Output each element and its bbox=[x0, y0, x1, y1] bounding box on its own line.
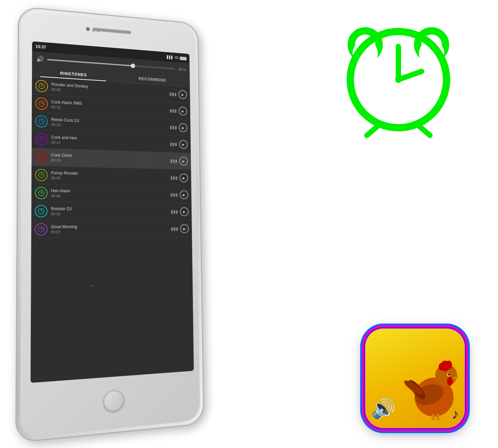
volume-icon: 🔊 bbox=[36, 55, 44, 63]
play-button[interactable]: ▶ bbox=[179, 157, 188, 166]
alarm-clock-svg bbox=[339, 13, 458, 139]
svg-rect-49 bbox=[432, 414, 435, 420]
volume-thumb bbox=[131, 63, 135, 68]
svg-point-40 bbox=[445, 361, 452, 369]
ringtone-controls: ▮▮▮ ▶ bbox=[170, 156, 188, 166]
ringtone-controls: ▮▮▮ ▶ bbox=[170, 123, 188, 132]
ringtone-duration: 00:06 bbox=[51, 194, 168, 199]
play-button[interactable]: ▶ bbox=[179, 140, 188, 149]
signal-icon: ▌▌▌ bbox=[167, 55, 174, 59]
phone-body: 15:37 ▌▌▌ 4G ▓▓▓ 🔊 66 % RINGTONE bbox=[15, 6, 204, 443]
ringtone-controls: ▮▮▮ ▶ bbox=[171, 224, 189, 233]
play-button[interactable]: ▶ bbox=[180, 190, 188, 199]
ringtone-item[interactable]: Rooster DJ 00:26 ▮▮▮ ▶ bbox=[31, 202, 192, 220]
clock-icon bbox=[35, 169, 47, 182]
ringtone-info: Rooster and Donkey 00:09 bbox=[51, 82, 166, 98]
clock-icon bbox=[35, 97, 48, 110]
ringtone-info: Funny Rooster 00:05 bbox=[51, 171, 167, 182]
network-icon: 4G bbox=[175, 56, 179, 59]
ringtone-info: Hen Alarm 00:06 bbox=[51, 188, 168, 199]
volume-fill bbox=[47, 59, 133, 67]
bars-icon: ▮▮▮ bbox=[171, 209, 178, 214]
svg-line-36 bbox=[418, 125, 430, 135]
ringtone-item[interactable]: Good Morning 00:07 ▮▮▮ ▶ bbox=[31, 220, 192, 239]
bars-icon: ▮▮▮ bbox=[170, 124, 177, 130]
battery-icon: ▓▓▓ bbox=[180, 56, 187, 60]
status-time: 15:37 bbox=[36, 44, 46, 49]
clock-icon bbox=[35, 223, 47, 235]
ringtone-duration: 00:26 bbox=[51, 212, 168, 216]
ringtone-info: Cock Alarm SMS 00:12 bbox=[51, 100, 166, 115]
clock-icon bbox=[35, 151, 48, 163]
ringtone-controls: ▮▮▮ ▶ bbox=[170, 173, 188, 183]
clock-icon bbox=[35, 187, 47, 199]
ringtone-controls: ▮▮▮ ▶ bbox=[170, 139, 188, 149]
svg-point-44 bbox=[448, 374, 450, 376]
svg-point-41 bbox=[439, 363, 445, 370]
volume-percent: 66 % bbox=[178, 67, 186, 72]
speaker-icon: 🔊 bbox=[371, 397, 395, 420]
svg-point-42 bbox=[447, 377, 453, 386]
play-button[interactable]: ▶ bbox=[179, 123, 188, 132]
phone-camera bbox=[86, 27, 90, 31]
svg-point-34 bbox=[395, 76, 402, 83]
clock-icon bbox=[36, 80, 48, 92]
ringtone-name: Good Morning bbox=[51, 224, 168, 229]
bars-icon: ▮▮▮ bbox=[169, 108, 177, 113]
play-button[interactable]: ▶ bbox=[180, 224, 189, 233]
svg-line-35 bbox=[367, 125, 378, 135]
phone-screen: 15:37 ▌▌▌ 4G ▓▓▓ 🔊 66 % RINGTONE bbox=[31, 41, 194, 383]
clock-icon bbox=[35, 205, 47, 217]
ringtone-info: Good Morning 00:07 bbox=[51, 224, 168, 234]
svg-line-33 bbox=[398, 71, 422, 80]
music-note-icon: ♪ bbox=[452, 406, 459, 422]
ringtone-controls: ▮▮▮ ▶ bbox=[169, 106, 187, 115]
clock-icon bbox=[35, 133, 48, 145]
ringtone-controls: ▮▮▮ ▶ bbox=[170, 190, 188, 199]
ringtone-controls: ▮▮▮ ▶ bbox=[169, 89, 187, 99]
ringtone-duration: 00:07 bbox=[51, 229, 168, 234]
bars-icon: ▮▮▮ bbox=[170, 192, 178, 197]
ringtone-info: Cock Clock 00:14 bbox=[51, 153, 167, 165]
ringtone-name: Hen Alarm bbox=[51, 188, 167, 194]
ringtone-item[interactable]: Hen Alarm 00:06 ▮▮▮ ▶ bbox=[31, 184, 191, 203]
ringtone-list: Rooster and Donkey 00:09 ▮▮▮ ▶ Cock Alar… bbox=[31, 77, 194, 380]
bars-icon: ▮▮▮ bbox=[170, 158, 177, 164]
ringtone-controls: ▮▮▮ ▶ bbox=[171, 207, 189, 216]
phone-mockup: 15:37 ▌▌▌ 4G ▓▓▓ 🔊 66 % RINGTONE bbox=[20, 10, 206, 428]
play-button[interactable]: ▶ bbox=[180, 173, 188, 182]
ringtone-name: Rooster DJ bbox=[51, 206, 168, 212]
bars-icon: ▮▮▮ bbox=[169, 91, 177, 97]
app-icon: 🔊 ♪ bbox=[365, 329, 465, 428]
clock-icon bbox=[35, 115, 48, 128]
ringtone-info: Cock and Hen 00:11 bbox=[51, 135, 167, 148]
ringtone-info: Remix Cock DJ 00:29 bbox=[51, 117, 167, 131]
play-button[interactable]: ▶ bbox=[180, 207, 189, 216]
bars-icon: ▮▮▮ bbox=[170, 175, 178, 180]
play-button[interactable]: ▶ bbox=[179, 107, 187, 116]
ringtone-info: Rooster DJ 00:26 bbox=[51, 206, 168, 216]
play-button[interactable]: ▶ bbox=[178, 90, 187, 99]
svg-rect-50 bbox=[437, 414, 440, 420]
alarm-clock-illustration bbox=[339, 13, 458, 139]
bars-icon: ▮▮▮ bbox=[171, 226, 179, 231]
ringtone-item[interactable]: Funny Rooster 00:05 ▮▮▮ ▶ bbox=[32, 166, 191, 187]
bars-icon: ▮▮▮ bbox=[170, 141, 177, 147]
status-icons: ▌▌▌ 4G ▓▓▓ bbox=[167, 55, 187, 60]
